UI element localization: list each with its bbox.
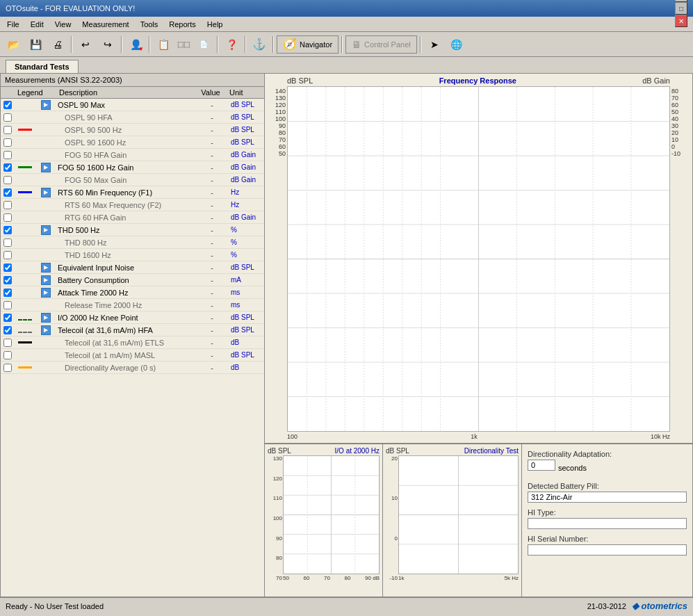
save-button[interactable]: 💾 xyxy=(25,35,46,54)
separator-2 xyxy=(121,36,122,53)
row-checkbox[interactable] xyxy=(3,364,12,372)
menu-file[interactable]: File xyxy=(1,19,25,30)
tab-standard-tests[interactable]: Standard Tests xyxy=(6,60,79,73)
navigator-icon: 🧭 xyxy=(283,38,297,51)
description-cell: THD 500 Hz xyxy=(56,225,195,235)
row-checkbox[interactable] xyxy=(3,351,12,359)
table-row: ▶Equivalent Input Noise-dB SPL xyxy=(1,261,264,274)
play-button[interactable]: ▶ xyxy=(41,313,51,323)
table-header: Legend Description Value Unit xyxy=(1,87,264,99)
value-cell: - xyxy=(195,200,229,210)
directionality-value[interactable]: 0 xyxy=(528,460,555,471)
io-chart: dB SPL I/O at 2000 Hz 130 120 110 100 90… xyxy=(265,444,383,597)
description-cell: Release Time 2000 Hz xyxy=(56,300,195,310)
status-bar: Ready - No User Test loaded 21-03-2012 ◆… xyxy=(0,597,693,614)
value-cell: - xyxy=(195,238,229,248)
row-checkbox[interactable] xyxy=(3,276,12,284)
unit-cell: dB xyxy=(229,363,264,372)
menu-help[interactable]: Help xyxy=(202,19,229,30)
menu-edit[interactable]: Edit xyxy=(25,19,49,30)
status-text: Ready - No User Test loaded xyxy=(6,602,104,610)
play-button[interactable]: ▶ xyxy=(41,275,51,285)
row-checkbox[interactable] xyxy=(3,126,12,134)
play-button[interactable]: ▶ xyxy=(41,163,51,172)
play-cell: ▶ xyxy=(35,162,56,173)
row-checkbox[interactable] xyxy=(3,226,12,234)
extra-button-1[interactable]: ➤ xyxy=(424,35,445,54)
row-checkbox[interactable] xyxy=(3,339,12,347)
dir-chart-svg xyxy=(399,456,518,574)
description-cell: OSPL 90 500 Hz xyxy=(56,125,195,135)
paste-button[interactable]: 📋 xyxy=(153,35,174,54)
row-checkbox[interactable] xyxy=(3,301,12,309)
play-cell xyxy=(35,117,56,118)
person-button[interactable]: 👤▼ xyxy=(125,35,146,54)
unit-cell: dB Gain xyxy=(229,163,264,172)
open-button[interactable]: 📂 xyxy=(3,35,24,54)
redo-button[interactable]: ↪ xyxy=(97,35,118,54)
row-checkbox[interactable] xyxy=(3,113,12,122)
row-checkbox[interactable] xyxy=(3,314,12,322)
unit-cell: Hz xyxy=(229,200,264,209)
play-button[interactable]: ▶ xyxy=(41,188,51,197)
extra-button-2[interactable]: 🌐 xyxy=(446,35,467,54)
play-button[interactable]: ▶ xyxy=(41,263,51,273)
row-checkbox[interactable] xyxy=(3,238,12,247)
row-checkbox[interactable] xyxy=(3,163,12,172)
play-cell: ▶ xyxy=(35,187,56,198)
menu-measurement[interactable]: Measurement xyxy=(76,19,134,30)
control-panel-label: Control Panel xyxy=(364,40,411,49)
value-cell: - xyxy=(195,325,229,335)
play-cell: ▶ xyxy=(35,325,56,336)
description-cell: Equivalent Input Noise xyxy=(56,263,195,273)
separator-1 xyxy=(71,36,72,53)
play-button[interactable]: ▶ xyxy=(41,225,51,235)
play-button[interactable]: ▶ xyxy=(41,325,51,335)
row-checkbox[interactable] xyxy=(3,138,12,147)
row-checkbox[interactable] xyxy=(3,264,12,272)
play-button[interactable]: ▶ xyxy=(41,288,51,298)
value-cell: - xyxy=(195,263,229,273)
menu-view[interactable]: View xyxy=(49,19,77,30)
row-checkbox[interactable] xyxy=(3,188,12,197)
row-checkbox[interactable] xyxy=(3,101,12,109)
y-axis-right: 80 70 60 50 40 30 20 10 0 -10 xyxy=(670,76,690,167)
legend-cell xyxy=(15,355,35,356)
freq-chart: 140 130 120 110 100 90 80 70 60 50 xyxy=(265,74,692,444)
move-button[interactable]: 📄 xyxy=(193,35,214,54)
restore-button[interactable]: □ xyxy=(675,2,687,15)
menu-reports[interactable]: Reports xyxy=(163,19,202,30)
io-y-axis: 130 120 110 100 90 80 70 xyxy=(268,455,283,581)
close-button[interactable]: ✕ xyxy=(675,15,687,27)
unit-cell: dB Gain xyxy=(229,213,264,222)
unit-cell: dB SPL xyxy=(229,113,264,122)
legend-cell xyxy=(15,165,35,169)
dir-left-label: dB SPL xyxy=(386,447,409,455)
row-checkbox[interactable] xyxy=(3,251,12,259)
table-row: RTG 60 HFA Gain-dB Gain xyxy=(1,211,264,224)
row-checkbox[interactable] xyxy=(3,151,12,159)
row-checkbox[interactable] xyxy=(3,213,12,222)
row-checkbox[interactable] xyxy=(3,289,12,297)
row-checkbox[interactable] xyxy=(3,326,12,334)
value-cell: - xyxy=(195,363,229,373)
help-button[interactable]: ❓ xyxy=(221,35,242,54)
directionality-label: Directionality Adaptation: xyxy=(528,450,687,458)
anchor-button[interactable]: ⚓ xyxy=(249,35,270,54)
undo-button[interactable]: ↩ xyxy=(75,35,96,54)
menu-tools[interactable]: Tools xyxy=(135,19,164,30)
control-panel-button[interactable]: 🖥 Control Panel xyxy=(345,35,417,54)
print-button[interactable]: 🖨 xyxy=(47,35,68,54)
y-axis-left: 140 130 120 110 100 90 80 70 60 50 xyxy=(268,76,287,167)
value-cell: - xyxy=(195,188,229,197)
battery-value: 312 Zinc-Air xyxy=(528,492,687,503)
play-button[interactable]: ▶ xyxy=(41,100,51,110)
copy-button[interactable]: ⬚⬚ xyxy=(175,35,192,54)
row-checkbox[interactable] xyxy=(3,201,12,209)
description-cell: THD 800 Hz xyxy=(56,238,195,248)
row-checkbox[interactable] xyxy=(3,176,12,184)
navigator-button[interactable]: 🧭 Navigator xyxy=(277,35,339,54)
control-panel-icon: 🖥 xyxy=(352,39,361,50)
legend-cell xyxy=(15,267,35,268)
table-row: ▶THD 500 Hz-% xyxy=(1,224,264,236)
